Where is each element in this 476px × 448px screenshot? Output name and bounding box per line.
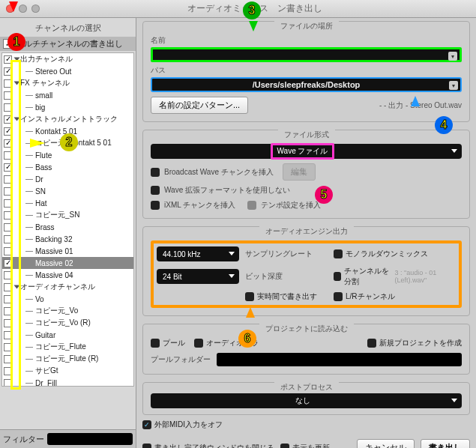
tree-checkbox[interactable] [4,379,12,387]
ixml-checkbox[interactable] [151,201,160,210]
tree-checkbox[interactable] [4,115,12,124]
path-dropdown-icon[interactable]: ▾ [449,81,458,90]
disclosure-triangle-icon[interactable] [14,82,20,85]
tree-checkbox[interactable] [4,175,12,184]
disclosure-triangle-icon[interactable] [14,58,20,61]
tree-checkbox[interactable] [4,367,12,375]
tree-item[interactable]: Brass [2,221,133,233]
tree-checkbox[interactable] [4,79,12,88]
bwf-checkbox[interactable] [151,168,160,177]
tree-item[interactable]: Hat [2,197,133,209]
tree-item[interactable]: Dr [2,173,133,185]
tree-checkbox[interactable] [4,259,12,267]
tree-item[interactable]: コピー元_Flute (R) [2,353,133,365]
tree-item[interactable]: Guitar [2,329,133,341]
tree-checkbox[interactable] [4,91,12,100]
new-project-checkbox[interactable] [367,339,376,348]
tree-checkbox[interactable] [4,127,12,136]
tree-group[interactable]: インストゥルメントトラック [2,113,133,125]
filter-input[interactable] [47,433,133,445]
lr-channel-checkbox[interactable] [334,292,343,301]
refresh-checkbox[interactable] [280,444,289,449]
disclosure-triangle-icon[interactable] [14,118,20,121]
tree-checkbox[interactable] [4,55,12,64]
tree-item[interactable]: Massive 02 [2,257,133,269]
export-button[interactable]: 書き出し [421,439,470,448]
tree-checkbox[interactable] [4,163,12,172]
tree-checkbox[interactable] [4,355,12,363]
tree-item[interactable]: big [2,101,133,113]
tree-item[interactable]: サビGt [2,365,133,377]
tree-group[interactable]: FX チャンネル [2,77,133,89]
channel-tree[interactable]: 出力チャンネルStereo OutFX チャンネルsmallbigインストゥルメ… [1,52,134,387]
tree-item[interactable]: コピー元_Vo [2,305,133,317]
tree-item[interactable]: コピー元_Kontakt 5 01 [2,137,133,149]
tree-checkbox[interactable] [4,343,12,351]
pool-checkbox[interactable] [151,339,160,348]
tree-item[interactable]: SN [2,185,133,197]
tree-checkbox[interactable] [4,211,12,220]
tree-item-label: SN [35,187,46,196]
pool-folder-input[interactable] [217,353,462,366]
tree-checkbox[interactable] [4,295,12,303]
minimize-traffic-light[interactable] [19,4,27,13]
tree-checkbox[interactable] [4,331,12,339]
tree-checkbox[interactable] [4,187,12,196]
tree-item[interactable]: Vo [2,293,133,305]
bit-depth-select[interactable]: 24 Bit [157,269,239,284]
tree-item[interactable]: Kontakt 5 01 [2,125,133,137]
tree-checkbox[interactable] [4,223,12,231]
path-input[interactable]: /Users/sleepfreaks/Desktop ▾ [151,77,462,92]
tree-checkbox[interactable] [4,319,12,327]
tree-item[interactable]: Flute [2,149,133,161]
file-format-title: ファイル形式 [278,130,335,140]
tree-group[interactable]: オーディオチャンネル [2,281,133,293]
tree-item[interactable]: small [2,89,133,101]
tree-dash-icon [25,143,33,144]
tree-item-label: Massive 01 [35,247,73,255]
tree-checkbox[interactable] [4,307,12,315]
tree-item[interactable]: コピー元_Vo (R) [2,317,133,329]
multichannel-checkbox[interactable] [3,39,13,49]
post-process-section: ポストプロセス なし [142,382,470,415]
audiotrack-checkbox[interactable] [194,339,203,348]
tree-dash-icon [25,71,33,72]
close-after-checkbox[interactable] [142,444,151,449]
mono-downmix-checkbox[interactable] [334,249,343,258]
tree-checkbox[interactable] [4,283,12,291]
tree-item[interactable]: コピー元_SN [2,209,133,221]
realtime-checkbox[interactable] [245,292,254,301]
tree-item[interactable]: Backing 32 [2,233,133,245]
split-channels-checkbox[interactable] [334,272,341,281]
tree-item[interactable]: Bass [2,161,133,173]
name-input[interactable]: ▾ [151,47,462,62]
tree-checkbox[interactable] [4,67,12,76]
close-traffic-light[interactable] [6,4,14,13]
post-process-select[interactable]: なし [151,393,462,408]
tree-dash-icon [25,167,33,168]
tree-item[interactable]: Stereo Out [2,65,133,77]
tree-checkbox[interactable] [4,235,12,243]
cancel-button[interactable]: キャンセル [357,439,415,448]
tree-checkbox[interactable] [4,151,12,160]
name-dropdown-icon[interactable]: ▾ [448,52,457,61]
disclosure-triangle-icon[interactable] [14,285,20,289]
tree-item[interactable]: Dr_Fill [2,377,133,387]
tree-checkbox[interactable] [4,247,12,255]
post-process-title: ポストプロセス [274,382,339,393]
sample-rate-select[interactable]: 44.100 kHz [157,246,239,261]
tree-item[interactable]: コピー元_Flute [2,341,133,353]
midi-off-checkbox[interactable] [142,420,151,429]
tree-checkbox[interactable] [4,199,12,208]
zoom-traffic-light[interactable] [31,4,40,13]
tree-checkbox[interactable] [4,271,12,279]
tree-item[interactable]: Massive 04 [2,269,133,281]
tree-checkbox[interactable] [4,139,12,148]
tree-item-label: Flute [35,151,52,160]
tree-group[interactable]: 出力チャンネル [2,53,133,65]
wave-ext-checkbox[interactable] [151,186,160,195]
file-format-select[interactable]: Wave ファイル [151,144,462,159]
tree-item[interactable]: Massive 01 [2,245,133,257]
tree-checkbox[interactable] [4,103,12,112]
naming-pattern-button[interactable]: 名前の設定パターン... [151,97,248,114]
